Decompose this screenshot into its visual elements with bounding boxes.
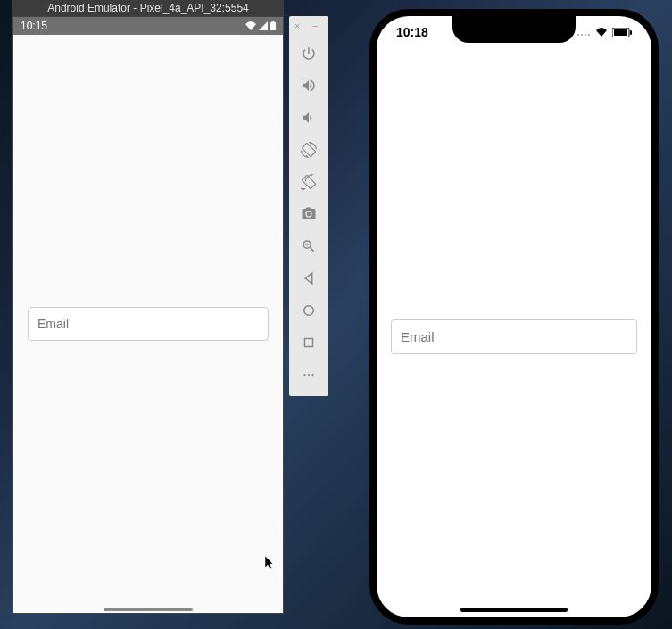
rotate-right-button[interactable] xyxy=(295,168,323,196)
rotate-left-icon xyxy=(301,142,317,158)
back-button[interactable] xyxy=(295,264,323,293)
iphone-status-icons xyxy=(577,25,632,39)
svg-rect-13 xyxy=(630,30,632,35)
svg-point-2 xyxy=(304,306,314,316)
volume-up-button[interactable] xyxy=(295,71,323,100)
iphone-app-content xyxy=(377,55,651,617)
svg-rect-3 xyxy=(305,339,313,347)
rotate-left-button[interactable] xyxy=(295,136,323,164)
square-icon xyxy=(301,335,317,351)
android-emulator: Android Emulator - Pixel_4a_API_32:5554 … xyxy=(12,0,284,614)
svg-point-5 xyxy=(308,374,310,376)
svg-rect-0 xyxy=(270,22,276,30)
svg-point-10 xyxy=(588,34,590,36)
battery-icon xyxy=(270,21,276,30)
android-clock: 10:15 xyxy=(21,20,47,32)
zoom-button[interactable] xyxy=(295,232,323,261)
minimize-button[interactable]: − xyxy=(312,21,323,32)
circle-icon xyxy=(301,302,317,319)
back-icon xyxy=(301,270,317,286)
android-app-content xyxy=(13,35,283,613)
overview-button[interactable] xyxy=(295,328,323,357)
battery-icon xyxy=(612,28,632,37)
wifi-icon xyxy=(595,28,608,37)
iphone-notch xyxy=(452,16,576,43)
svg-point-8 xyxy=(581,34,583,36)
svg-rect-1 xyxy=(272,21,275,22)
svg-point-4 xyxy=(303,374,305,376)
volume-up-icon xyxy=(301,78,317,94)
email-input[interactable] xyxy=(391,319,637,354)
iphone-screen: 10:18 xyxy=(377,16,651,617)
android-titlebar: Android Emulator - Pixel_4a_API_32:5554 xyxy=(12,0,284,16)
svg-rect-12 xyxy=(614,29,627,36)
emulator-toolbar: × − xyxy=(289,16,328,396)
volume-down-button[interactable] xyxy=(295,103,323,132)
cellular-icon xyxy=(577,28,591,37)
android-status-icons xyxy=(245,21,276,30)
iphone-clock: 10:18 xyxy=(396,25,428,39)
wifi-icon xyxy=(245,21,256,30)
iphone-home-indicator[interactable] xyxy=(460,608,568,612)
zoom-icon xyxy=(301,238,317,254)
svg-point-6 xyxy=(311,374,313,376)
more-icon xyxy=(301,367,317,383)
email-input[interactable] xyxy=(28,307,269,341)
power-button[interactable] xyxy=(295,39,323,68)
volume-down-icon xyxy=(301,110,317,126)
toolbar-window-controls: × − xyxy=(289,21,328,37)
screenshot-button[interactable] xyxy=(295,200,323,228)
svg-point-7 xyxy=(577,34,579,36)
signal-icon xyxy=(259,21,268,30)
home-button[interactable] xyxy=(295,296,323,325)
android-home-indicator[interactable] xyxy=(104,608,193,611)
close-button[interactable]: × xyxy=(295,21,305,32)
mouse-cursor xyxy=(265,556,276,570)
iphone-simulator: 10:18 xyxy=(369,9,659,625)
rotate-right-icon xyxy=(301,174,317,190)
android-title-text: Android Emulator - Pixel_4a_API_32:5554 xyxy=(47,2,248,14)
android-statusbar: 10:15 xyxy=(13,17,283,35)
more-button[interactable] xyxy=(295,360,323,389)
power-icon xyxy=(301,46,317,62)
svg-point-9 xyxy=(585,34,586,36)
camera-icon xyxy=(301,206,317,222)
android-device-frame: 10:15 xyxy=(12,16,284,614)
